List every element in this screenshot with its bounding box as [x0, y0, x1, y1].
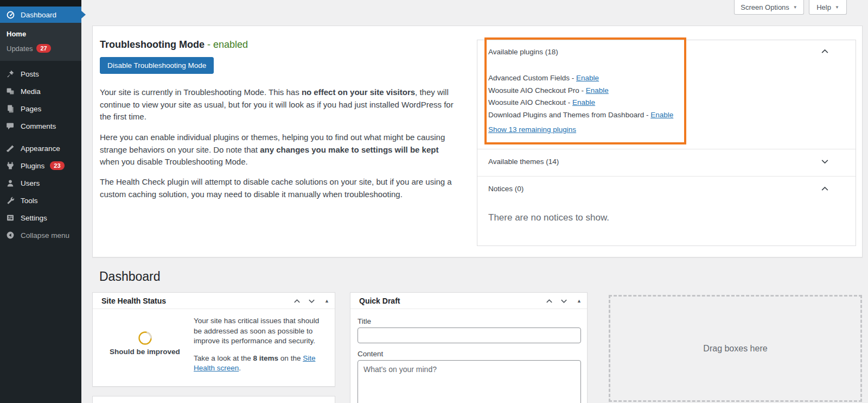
quick-draft-title-input[interactable] — [358, 328, 581, 343]
plugin-list: Advanced Custom Fields - Enable Woosuite… — [488, 72, 845, 136]
appearance-icon — [5, 143, 15, 153]
plugins-icon — [5, 161, 15, 171]
comments-icon — [5, 121, 15, 131]
notices-title: Notices (0) — [488, 185, 845, 193]
plugin-name: Woosuite AIO Checkout Pro — [488, 86, 579, 95]
quick-draft-content-input[interactable] — [358, 360, 581, 403]
paragraph-bold-text: any changes you make to settings will be… — [260, 145, 438, 154]
troubleshooting-paragraph-2: Here you can enable individual plugins o… — [100, 131, 458, 168]
sidebar-item-home[interactable]: Home — [7, 30, 26, 38]
sidebar-item-label: Media — [21, 87, 41, 96]
sidebar-item-plugins[interactable]: Plugins 23 — [0, 157, 81, 174]
wordpress-admin-page: Dashboard Home Updates 27 Posts Media — [0, 0, 868, 403]
sidebar-item-collapse-menu[interactable]: Collapse menu — [0, 226, 81, 244]
help-button[interactable]: Help ▼ — [809, 0, 847, 15]
enable-plugin-link[interactable]: Enable — [576, 74, 599, 82]
screen-options-label: Screen Options — [741, 3, 789, 11]
sidebar-item-settings[interactable]: Settings — [0, 209, 81, 226]
widget-drop-zone[interactable]: Drag boxes here — [609, 295, 862, 402]
posts-icon — [5, 69, 15, 79]
available-themes-title: Available themes (14) — [488, 158, 845, 166]
sidebar-item-dashboard[interactable]: Dashboard — [0, 7, 81, 23]
sidebar-item-appearance[interactable]: Appearance — [0, 140, 81, 157]
sidebar-item-tools[interactable]: Tools — [0, 192, 81, 209]
paragraph-text: . — [239, 364, 241, 372]
site-health-paragraph: Your site has critical issues that shoul… — [194, 316, 326, 347]
notices-empty-message: There are no notices to show. — [488, 212, 845, 223]
move-down-icon[interactable] — [560, 297, 568, 305]
enable-plugin-link[interactable]: Enable — [572, 98, 595, 106]
paragraph-text: Your site is currently in Troubleshootin… — [100, 87, 302, 97]
move-up-icon[interactable] — [545, 297, 553, 305]
paragraph-bold-text: no effect on your site visitors — [302, 87, 415, 97]
widget-controls: ▲ — [545, 293, 582, 309]
paragraph-text: when you disable Troubleshooting Mode. — [100, 157, 248, 166]
show-remaining-plugins-link[interactable]: Show 13 remaining plugins — [488, 124, 576, 136]
sidebar-item-pages[interactable]: Pages — [0, 100, 81, 117]
plugin-list-item: Advanced Custom Fields - Enable — [488, 72, 845, 85]
paragraph-text: on the — [278, 354, 303, 362]
submenu-label: Home — [7, 30, 26, 38]
move-down-icon[interactable] — [308, 297, 316, 305]
widget-title: Quick Draft — [350, 297, 400, 305]
troubleshooting-status: - enabled — [207, 39, 248, 50]
troubleshooting-paragraph-3: The Health Check plugin will attempt to … — [100, 176, 458, 200]
troubleshooting-title-text: Troubleshooting Mode — [100, 39, 205, 50]
site-health-paragraph: Take a look at the 8 items on the Site H… — [194, 354, 326, 374]
dashboard-submenu: Home Updates 27 — [0, 23, 81, 61]
move-up-icon[interactable] — [293, 297, 301, 305]
sidebar-item-users[interactable]: Users — [0, 174, 81, 192]
site-health-score: Should be improved — [101, 317, 188, 356]
site-health-ring-icon — [138, 331, 152, 345]
users-icon — [5, 178, 15, 188]
items-count-text: 8 items — [253, 354, 279, 362]
plugin-list-item: Woosuite AIO Checkout Pro - Enable — [488, 85, 845, 97]
plugin-list-item: Download Plugins and Themes from Dashboa… — [488, 109, 845, 122]
chevron-up-icon[interactable] — [820, 184, 829, 193]
site-health-widget-header[interactable]: Site Health Status ▲ — [93, 293, 335, 309]
enable-plugin-link[interactable]: Enable — [586, 86, 609, 95]
sidebar-item-label: Dashboard — [21, 11, 56, 19]
widget-title: Site Health Status — [93, 297, 166, 305]
widget-controls: ▲ — [293, 293, 329, 309]
sidebar-item-posts[interactable]: Posts — [0, 65, 81, 83]
chevron-down-icon: ▼ — [793, 5, 797, 10]
sidebar-item-label: Settings — [21, 214, 47, 222]
sidebar-item-label: Posts — [21, 70, 39, 78]
troubleshooting-title: Troubleshooting Mode - enabled — [100, 39, 248, 51]
sidebar-item-comments[interactable]: Comments — [0, 117, 81, 135]
sidebar-item-label: Comments — [21, 122, 56, 130]
screen-options-button[interactable]: Screen Options ▼ — [734, 0, 804, 15]
plugin-separator: - — [644, 111, 650, 119]
troubleshooting-accordion-panel: Available plugins (18) Advanced Custom F… — [477, 40, 856, 246]
chevron-down-icon: ▼ — [835, 5, 839, 10]
available-themes-section: Available themes (14) — [477, 149, 856, 176]
plugin-separator: - — [566, 98, 572, 106]
plugin-list-item: Woosuite AIO Checkout - Enable — [488, 97, 845, 109]
admin-sidebar: Dashboard Home Updates 27 Posts Media — [0, 0, 81, 403]
troubleshooting-card: Troubleshooting Mode - enabled Disable T… — [92, 26, 863, 257]
active-menu-arrow — [81, 11, 86, 18]
quick-draft-widget-header[interactable]: Quick Draft ▲ — [350, 293, 587, 309]
dashboard-icon — [5, 10, 15, 20]
plugin-separator: - — [570, 74, 576, 82]
chevron-up-icon[interactable] — [820, 47, 829, 56]
disable-troubleshooting-button[interactable]: Disable Troubleshooting Mode — [100, 57, 214, 74]
enable-plugin-link[interactable]: Enable — [650, 111, 673, 119]
sidebar-item-media[interactable]: Media — [0, 83, 81, 100]
paragraph-text: Take a look at the — [194, 354, 253, 362]
notices-section: Notices (0) There are no notices to show… — [477, 176, 856, 245]
settings-icon — [5, 213, 15, 223]
toggle-panel-icon[interactable]: ▲ — [324, 298, 329, 304]
drop-zone-label: Drag boxes here — [703, 344, 767, 354]
chevron-down-icon[interactable] — [820, 157, 829, 166]
toggle-panel-icon[interactable]: ▲ — [577, 298, 582, 304]
sidebar-item-label: Appearance — [21, 144, 60, 153]
page-title: Dashboard — [99, 269, 161, 284]
quick-draft-content-label: Content — [358, 350, 383, 358]
updates-count-badge: 27 — [36, 44, 50, 53]
site-health-widget: Site Health Status ▲ Should be improved … — [92, 292, 335, 387]
tools-icon — [5, 196, 15, 205]
site-health-status-label: Should be improved — [101, 348, 188, 356]
sidebar-item-updates[interactable]: Updates 27 — [7, 44, 51, 53]
